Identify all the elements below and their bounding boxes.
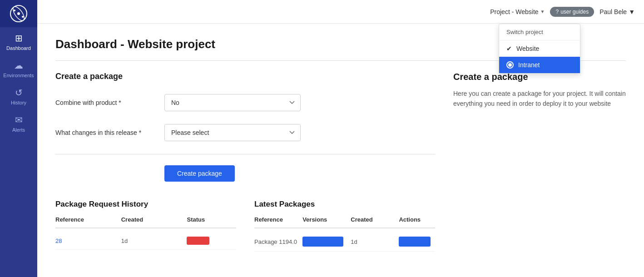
sidebar-item-label: Dashboard [6, 45, 31, 51]
project-dropdown: Switch project ✔ Website Intranet [499, 24, 580, 74]
info-panel-description: Here you can create a package for your p… [453, 89, 626, 109]
dropdown-item-website[interactable]: ✔ Website [499, 40, 580, 57]
table-row: Package 1194.0 1d [254, 232, 435, 252]
form-heading: Create a package [55, 72, 435, 81]
sidebar-logo [0, 0, 37, 27]
sidebar: ⊞ Dashboard ☁ Environments ↺ History ✉ A… [0, 0, 37, 277]
row-created: 1d [121, 237, 187, 244]
changes-form-group: What changes in this release * Please se… [55, 124, 435, 141]
status-badge-red [187, 237, 209, 245]
logo-icon [10, 5, 28, 23]
user-menu[interactable]: Paul Bele ▼ [599, 8, 635, 15]
project-selector[interactable]: Project - Website ▼ [490, 8, 545, 15]
website-check-icon: ✔ [506, 45, 512, 52]
pkg-col-actions: Actions [399, 216, 435, 223]
pkg-col-ref: Reference [254, 216, 302, 223]
combine-label: Combine with product * [55, 99, 155, 106]
pkg-col-versions: Versions [302, 216, 351, 223]
row-ref[interactable]: 28 [55, 237, 121, 244]
project-label: Project - Website [490, 8, 538, 15]
main-content: Project - Website ▼ ? user guides Paul B… [37, 0, 644, 277]
svg-point-3 [14, 10, 15, 11]
topbar: Project - Website ▼ ? user guides Paul B… [37, 0, 644, 24]
info-panel: Create a package Here you can create a p… [453, 72, 626, 252]
packages-table: Latest Packages Reference Versions Creat… [254, 200, 435, 252]
svg-point-4 [22, 16, 24, 18]
user-chevron-icon: ▼ [629, 8, 635, 15]
form-section: Create a package Combine with product * … [55, 72, 435, 252]
history-table-heading: Package Request History [55, 200, 236, 209]
sidebar-item-history[interactable]: ↺ History [0, 82, 37, 109]
pkg-row-actions [399, 237, 435, 247]
environments-icon: ☁ [14, 60, 23, 71]
form-divider [55, 154, 435, 154]
sidebar-item-environments[interactable]: ☁ Environments [0, 54, 37, 82]
history-col-created: Created [121, 216, 187, 223]
sidebar-item-label: History [11, 100, 26, 105]
action-badge[interactable] [399, 237, 431, 247]
sidebar-item-alerts[interactable]: ✉ Alerts [0, 109, 37, 136]
dropdown-header: Switch project [499, 24, 580, 40]
intranet-radio-icon [506, 61, 514, 69]
history-col-ref: Reference [55, 216, 121, 223]
history-table-header: Reference Created Status [55, 216, 236, 228]
bottom-section: Package Request History Reference Create… [55, 200, 435, 252]
question-icon: ? [555, 9, 559, 15]
project-chevron-icon: ▼ [540, 9, 545, 14]
packages-table-heading: Latest Packages [254, 200, 435, 209]
sidebar-item-label: Alerts [12, 127, 25, 133]
changes-select[interactable]: Please select Minor Major Patch [164, 124, 301, 141]
user-guides-button[interactable]: ? user guides [550, 7, 594, 17]
dashboard-icon: ⊞ [15, 33, 23, 44]
create-package-button[interactable]: Create package [164, 165, 235, 182]
row-status [187, 237, 236, 245]
sidebar-item-dashboard[interactable]: ⊞ Dashboard [0, 27, 37, 54]
changes-label: What changes in this release * [55, 129, 155, 136]
table-row: 28 1d [55, 232, 236, 250]
pkg-col-created: Created [351, 216, 399, 223]
history-table: Package Request History Reference Create… [55, 200, 236, 252]
packages-table-header: Reference Versions Created Actions [254, 216, 435, 228]
combine-form-group: Combine with product * No Yes [55, 94, 435, 111]
alerts-icon: ✉ [15, 114, 23, 125]
svg-point-2 [17, 12, 20, 15]
pkg-row-versions [302, 237, 351, 247]
versions-badge [302, 237, 343, 247]
sidebar-item-label: Environments [3, 73, 34, 78]
combine-select[interactable]: No Yes [164, 94, 301, 111]
user-guides-label: user guides [560, 9, 589, 15]
pkg-row-ref: Package 1194.0 [254, 238, 302, 245]
content-grid: Create a package Combine with product * … [55, 72, 626, 252]
user-label: Paul Bele [599, 8, 627, 15]
dropdown-item-label: Website [516, 45, 539, 52]
pkg-row-created: 1d [351, 238, 399, 245]
history-col-status: Status [187, 216, 236, 223]
dropdown-item-label: Intranet [518, 61, 540, 69]
dropdown-item-intranet[interactable]: Intranet [499, 57, 580, 73]
history-icon: ↺ [15, 87, 23, 98]
